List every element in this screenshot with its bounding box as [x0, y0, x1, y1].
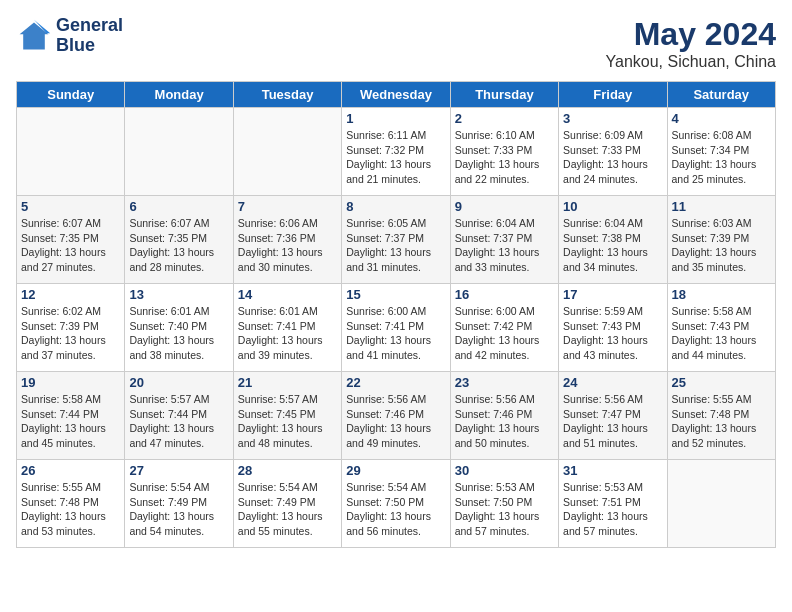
sunrise: Sunrise: 5:56 AM [455, 393, 535, 405]
day-number: 20 [129, 375, 228, 390]
day-number: 11 [672, 199, 771, 214]
calendar-cell: 2Sunrise: 6:10 AMSunset: 7:33 PMDaylight… [450, 108, 558, 196]
day-info: Sunrise: 5:55 AMSunset: 7:48 PMDaylight:… [21, 480, 120, 539]
sunrise: Sunrise: 6:00 AM [455, 305, 535, 317]
sunset: Sunset: 7:35 PM [21, 232, 99, 244]
sunset: Sunset: 7:40 PM [129, 320, 207, 332]
day-info: Sunrise: 6:05 AMSunset: 7:37 PMDaylight:… [346, 216, 445, 275]
sunset: Sunset: 7:50 PM [346, 496, 424, 508]
daylight: Daylight: 13 hours and 55 minutes. [238, 510, 323, 537]
day-info: Sunrise: 6:03 AMSunset: 7:39 PMDaylight:… [672, 216, 771, 275]
daylight: Daylight: 13 hours and 52 minutes. [672, 422, 757, 449]
calendar-cell: 6Sunrise: 6:07 AMSunset: 7:35 PMDaylight… [125, 196, 233, 284]
sunset: Sunset: 7:37 PM [455, 232, 533, 244]
calendar-cell: 18Sunrise: 5:58 AMSunset: 7:43 PMDayligh… [667, 284, 775, 372]
sunset: Sunset: 7:39 PM [21, 320, 99, 332]
sunset: Sunset: 7:50 PM [455, 496, 533, 508]
day-number: 6 [129, 199, 228, 214]
sunset: Sunset: 7:39 PM [672, 232, 750, 244]
calendar-cell: 17Sunrise: 5:59 AMSunset: 7:43 PMDayligh… [559, 284, 667, 372]
day-info: Sunrise: 6:00 AMSunset: 7:42 PMDaylight:… [455, 304, 554, 363]
sunset: Sunset: 7:43 PM [563, 320, 641, 332]
logo-line2: Blue [56, 36, 123, 56]
sunset: Sunset: 7:33 PM [563, 144, 641, 156]
sunrise: Sunrise: 5:59 AM [563, 305, 643, 317]
day-info: Sunrise: 5:56 AMSunset: 7:46 PMDaylight:… [346, 392, 445, 451]
day-number: 28 [238, 463, 337, 478]
calendar-cell: 28Sunrise: 5:54 AMSunset: 7:49 PMDayligh… [233, 460, 341, 548]
calendar-cell: 23Sunrise: 5:56 AMSunset: 7:46 PMDayligh… [450, 372, 558, 460]
day-number: 22 [346, 375, 445, 390]
weekday-header-tuesday: Tuesday [233, 82, 341, 108]
day-number: 13 [129, 287, 228, 302]
calendar-cell: 31Sunrise: 5:53 AMSunset: 7:51 PMDayligh… [559, 460, 667, 548]
day-number: 10 [563, 199, 662, 214]
day-info: Sunrise: 6:06 AMSunset: 7:36 PMDaylight:… [238, 216, 337, 275]
weekday-header-monday: Monday [125, 82, 233, 108]
daylight: Daylight: 13 hours and 28 minutes. [129, 246, 214, 273]
day-number: 12 [21, 287, 120, 302]
sunrise: Sunrise: 5:53 AM [455, 481, 535, 493]
day-number: 24 [563, 375, 662, 390]
calendar-cell: 20Sunrise: 5:57 AMSunset: 7:44 PMDayligh… [125, 372, 233, 460]
sunrise: Sunrise: 5:53 AM [563, 481, 643, 493]
daylight: Daylight: 13 hours and 34 minutes. [563, 246, 648, 273]
sunrise: Sunrise: 5:57 AM [238, 393, 318, 405]
day-number: 26 [21, 463, 120, 478]
day-info: Sunrise: 5:53 AMSunset: 7:50 PMDaylight:… [455, 480, 554, 539]
page-subtitle: Yankou, Sichuan, China [606, 53, 776, 71]
sunset: Sunset: 7:36 PM [238, 232, 316, 244]
sunrise: Sunrise: 5:57 AM [129, 393, 209, 405]
day-info: Sunrise: 6:01 AMSunset: 7:40 PMDaylight:… [129, 304, 228, 363]
daylight: Daylight: 13 hours and 38 minutes. [129, 334, 214, 361]
sunrise: Sunrise: 5:55 AM [21, 481, 101, 493]
calendar-cell: 21Sunrise: 5:57 AMSunset: 7:45 PMDayligh… [233, 372, 341, 460]
sunset: Sunset: 7:34 PM [672, 144, 750, 156]
title-block: May 2024 Yankou, Sichuan, China [606, 16, 776, 71]
weekday-header-thursday: Thursday [450, 82, 558, 108]
calendar-cell: 8Sunrise: 6:05 AMSunset: 7:37 PMDaylight… [342, 196, 450, 284]
day-number: 7 [238, 199, 337, 214]
day-number: 29 [346, 463, 445, 478]
daylight: Daylight: 13 hours and 51 minutes. [563, 422, 648, 449]
sunset: Sunset: 7:41 PM [238, 320, 316, 332]
day-number: 3 [563, 111, 662, 126]
calendar-week-1: 1Sunrise: 6:11 AMSunset: 7:32 PMDaylight… [17, 108, 776, 196]
day-number: 15 [346, 287, 445, 302]
sunset: Sunset: 7:51 PM [563, 496, 641, 508]
sunset: Sunset: 7:44 PM [21, 408, 99, 420]
calendar-cell [667, 460, 775, 548]
sunset: Sunset: 7:46 PM [455, 408, 533, 420]
day-info: Sunrise: 5:56 AMSunset: 7:47 PMDaylight:… [563, 392, 662, 451]
calendar-cell: 9Sunrise: 6:04 AMSunset: 7:37 PMDaylight… [450, 196, 558, 284]
sunrise: Sunrise: 6:10 AM [455, 129, 535, 141]
day-number: 17 [563, 287, 662, 302]
calendar-week-5: 26Sunrise: 5:55 AMSunset: 7:48 PMDayligh… [17, 460, 776, 548]
weekday-header-saturday: Saturday [667, 82, 775, 108]
sunset: Sunset: 7:38 PM [563, 232, 641, 244]
day-info: Sunrise: 6:07 AMSunset: 7:35 PMDaylight:… [21, 216, 120, 275]
daylight: Daylight: 13 hours and 53 minutes. [21, 510, 106, 537]
calendar-cell: 4Sunrise: 6:08 AMSunset: 7:34 PMDaylight… [667, 108, 775, 196]
daylight: Daylight: 13 hours and 21 minutes. [346, 158, 431, 185]
sunset: Sunset: 7:41 PM [346, 320, 424, 332]
sunset: Sunset: 7:46 PM [346, 408, 424, 420]
calendar-week-4: 19Sunrise: 5:58 AMSunset: 7:44 PMDayligh… [17, 372, 776, 460]
day-info: Sunrise: 5:54 AMSunset: 7:49 PMDaylight:… [238, 480, 337, 539]
day-number: 2 [455, 111, 554, 126]
day-number: 5 [21, 199, 120, 214]
calendar-cell: 3Sunrise: 6:09 AMSunset: 7:33 PMDaylight… [559, 108, 667, 196]
daylight: Daylight: 13 hours and 24 minutes. [563, 158, 648, 185]
calendar-cell: 12Sunrise: 6:02 AMSunset: 7:39 PMDayligh… [17, 284, 125, 372]
daylight: Daylight: 13 hours and 47 minutes. [129, 422, 214, 449]
day-number: 21 [238, 375, 337, 390]
calendar-cell: 29Sunrise: 5:54 AMSunset: 7:50 PMDayligh… [342, 460, 450, 548]
sunset: Sunset: 7:35 PM [129, 232, 207, 244]
calendar-cell: 26Sunrise: 5:55 AMSunset: 7:48 PMDayligh… [17, 460, 125, 548]
sunset: Sunset: 7:49 PM [238, 496, 316, 508]
calendar-week-2: 5Sunrise: 6:07 AMSunset: 7:35 PMDaylight… [17, 196, 776, 284]
sunrise: Sunrise: 5:54 AM [129, 481, 209, 493]
day-info: Sunrise: 5:57 AMSunset: 7:45 PMDaylight:… [238, 392, 337, 451]
calendar-week-3: 12Sunrise: 6:02 AMSunset: 7:39 PMDayligh… [17, 284, 776, 372]
sunset: Sunset: 7:49 PM [129, 496, 207, 508]
